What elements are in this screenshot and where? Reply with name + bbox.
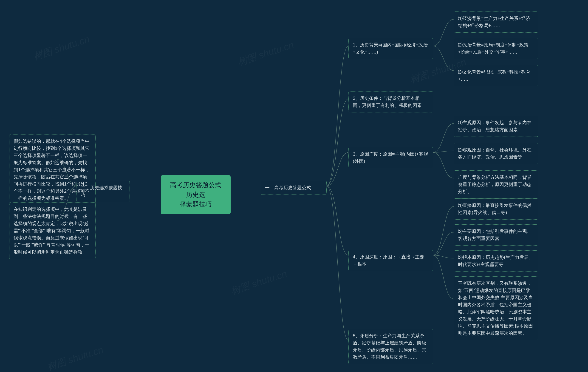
item-4-child-2[interactable]: ⑵主要原因：包括引发事件的主观、客观各方面重要因素	[454, 224, 538, 246]
watermark: 树图 shutu.cn	[45, 343, 105, 372]
item-1-child-2[interactable]: ⑵政治背景=政局+制度+体制+政策+阶级+民族+外交+军事+……	[454, 38, 538, 59]
item-1-child-1[interactable]: ⑴经济背景=生产力+生产关系+经济结构+经济格局+……	[454, 11, 538, 33]
left-item-1-label: 假如选错误的，那就在4个选择项当中进行横向比较，找到1个选择项和其它三个选择项显…	[13, 139, 90, 201]
watermark: 树图 shutu.cn	[236, 38, 296, 69]
item-5-label: 5、矛盾分析：生产力与生产关系矛盾、经济基础与上层建筑矛盾、阶级矛盾、阶级内部矛…	[353, 333, 426, 360]
item-1-child-3-label: ⑶文化背景=思想、宗教+科技+教育+……	[458, 69, 530, 82]
branch-1-label: 一，高考历史答题公式	[265, 185, 311, 190]
item-4[interactable]: 4、原因深度：原因：→直接→主要→根本	[348, 250, 433, 271]
item-4-child-1-label: ⑴直接原因：最直接引发事件的偶然性因素(导火线、借口等)	[458, 203, 532, 215]
item-3-child-2[interactable]: ⑵客观原因：自然、社会环境、外在各方面经济、政治、思想因素等	[454, 143, 538, 164]
item-3-child-3-label: 广度与背景分析方法基本相同，背景侧重于静态分析，原因更侧重于动态分析。	[458, 175, 532, 194]
item-3[interactable]: 3、原因广度：原因=主观(内因)+客观(外因)	[348, 147, 433, 168]
item-3-child-1[interactable]: ⑴主观原因：事件发起、参与者内在经济、政治、思想诸方面因素	[454, 116, 538, 137]
item-4-label: 4、原因深度：原因：→直接→主要→根本	[353, 254, 424, 266]
item-3-child-1-label: ⑴主观原因：事件发起、参与者内在经济、政治、思想诸方面因素	[458, 120, 532, 132]
item-1-label: 1、历史背景=(国内+国际)(经济+政治+文化+……)	[353, 42, 428, 55]
item-4-child-3[interactable]: ⑶根本原因：历史趋势(生产力发展、时代要求)+主观需要等	[454, 250, 538, 272]
item-2-label: 2、历史条件：与背景分析基本相同，更侧重于有利的、积极的因素	[353, 96, 422, 108]
item-1-child-1-label: ⑴经济背景=生产力+生产关系+经济结构+经济格局+……	[458, 16, 530, 28]
item-3-label: 3、原因广度：原因=主观(内因)+客观(外因)	[353, 152, 428, 164]
item-1-child-3[interactable]: ⑶文化背景=思想、宗教+科技+教育+……	[454, 65, 538, 86]
item-1[interactable]: 1、历史背景=(国内+国际)(经济+政治+文化+……)	[348, 38, 433, 59]
item-2[interactable]: 2、历史条件：与背景分析基本相同，更侧重于有利的、积极的因素	[348, 91, 433, 112]
item-3-child-3[interactable]: 广度与背景分析方法基本相同，背景侧重于静态分析，原因更侧重于动态分析。	[454, 170, 538, 199]
left-item-2-label: 在知识判定的选择项中，尤其是涉及到一些法律法规题目的时候，有一些选择项的观点太肯…	[13, 207, 89, 254]
item-4-child-4-label: 三者既有层次区别，又有联系渗透，如"五四"运动爆发的直接原因是巴黎和会上中国外交…	[458, 281, 533, 336]
item-5[interactable]: 5、矛盾分析：生产力与生产关系矛盾、经济基础与上层建筑矛盾、阶级矛盾、阶级内部矛…	[348, 329, 433, 364]
item-3-child-2-label: ⑵客观原因：自然、社会环境、外在各方面经济、政治、思想因素等	[458, 147, 532, 160]
watermark: 树图 shutu.cn	[229, 267, 289, 297]
item-4-child-4[interactable]: 三者既有层次区别，又有联系渗透，如"五四"运动爆发的直接原因是巴黎和会上中国外交…	[454, 276, 538, 340]
branch-1[interactable]: 一，高考历史答题公式	[261, 181, 327, 195]
left-item-2[interactable]: 在知识判定的选择项中，尤其是涉及到一些法律法规题目的时候，有一些选择项的观点太肯…	[9, 202, 95, 259]
left-item-1[interactable]: 假如选错误的，那就在4个选择项当中进行横向比较，找到1个选择项和其它三个选择项显…	[9, 134, 95, 205]
item-4-child-3-label: ⑶根本原因：历史趋势(生产力发展、时代要求)+主观需要等	[458, 255, 533, 267]
item-1-child-2-label: ⑵政治背景=政局+制度+体制+政策+阶级+民族+外交+军事+……	[458, 42, 528, 55]
root-title-line2: 择蒙题技巧	[168, 199, 223, 209]
item-4-child-2-label: ⑵主要原因：包括引发事件的主观、客观各方面重要因素	[458, 229, 532, 241]
root-node[interactable]: 高考历史答题公式 历史选 择蒙题技巧	[161, 175, 231, 214]
root-title-line1: 高考历史答题公式 历史选	[168, 180, 223, 199]
item-4-child-1[interactable]: ⑴直接原因：最直接引发事件的偶然性因素(导火线、借口等)	[454, 198, 538, 219]
watermark: 树图 shutu.cn	[32, 33, 91, 63]
